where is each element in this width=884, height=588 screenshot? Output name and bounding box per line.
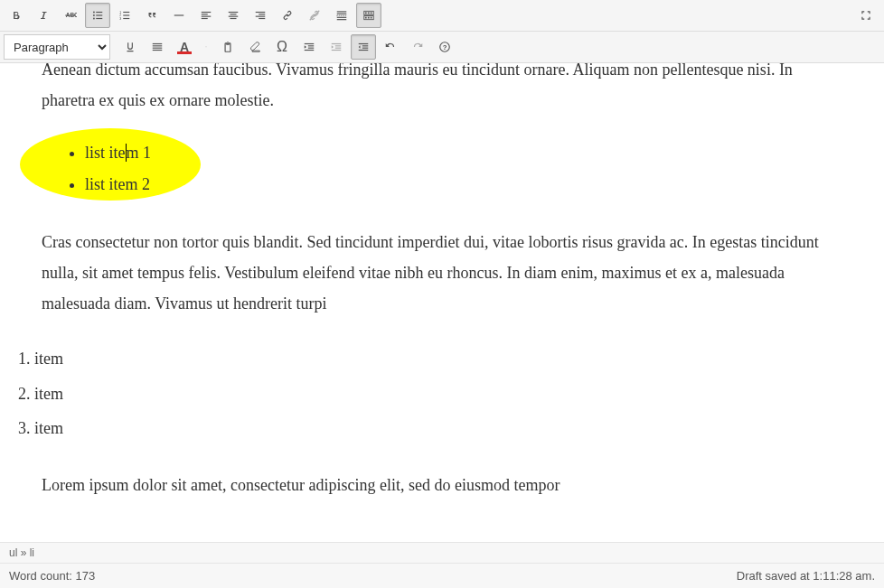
svg-point-3: [93, 14, 95, 16]
status-bar: Word count: 173 Draft saved at 1:11:28 a…: [0, 563, 884, 588]
svg-rect-29: [337, 14, 347, 14]
svg-point-2: [93, 12, 95, 14]
shortcode-button[interactable]: [351, 34, 376, 60]
toolbar-row-1: ABC 123: [0, 0, 884, 32]
outdent-button[interactable]: [296, 34, 322, 60]
insert-more-button[interactable]: [329, 3, 354, 28]
svg-rect-12: [123, 14, 129, 15]
svg-rect-38: [365, 17, 367, 19]
svg-rect-28: [337, 11, 347, 12]
italic-button[interactable]: [31, 3, 56, 28]
svg-rect-53: [359, 43, 369, 44]
text-color-indicator: [177, 51, 192, 54]
svg-rect-11: [123, 12, 129, 13]
align-left-button[interactable]: [193, 3, 219, 28]
toolbar-row-2: Paragraph A Ω ?: [0, 32, 884, 63]
svg-rect-17: [202, 16, 212, 17]
list-item[interactable]: item: [18, 344, 842, 373]
unordered-list[interactable]: list item 1 list item 2: [42, 137, 842, 199]
bullet-list-button[interactable]: [85, 3, 110, 28]
svg-rect-48: [305, 50, 315, 51]
svg-rect-43: [153, 48, 163, 49]
svg-text:3: 3: [119, 17, 121, 21]
svg-rect-45: [305, 43, 315, 44]
svg-rect-13: [123, 18, 129, 19]
svg-rect-49: [332, 43, 342, 44]
strikethrough-button[interactable]: ABC: [58, 3, 83, 28]
list-item[interactable]: list item 2: [85, 169, 842, 200]
list-item[interactable]: item: [18, 379, 842, 408]
svg-rect-40: [371, 17, 372, 19]
svg-text:?: ?: [443, 43, 447, 51]
horizontal-rule-button[interactable]: [166, 3, 192, 28]
svg-rect-47: [308, 48, 314, 49]
svg-rect-52: [332, 50, 342, 51]
svg-rect-31: [337, 17, 347, 18]
svg-rect-35: [368, 13, 370, 14]
svg-rect-7: [96, 18, 102, 19]
svg-rect-24: [259, 14, 265, 14]
svg-rect-46: [308, 45, 314, 46]
paragraph-1[interactable]: Aenean dictum accumsan faucibus. Vivamus…: [42, 63, 842, 116]
svg-rect-23: [256, 12, 266, 13]
text-color-button[interactable]: A: [172, 34, 197, 60]
insert-link-button[interactable]: [275, 3, 300, 28]
list-item[interactable]: item: [18, 414, 842, 443]
undo-button[interactable]: [378, 34, 403, 60]
svg-rect-22: [230, 18, 237, 19]
svg-rect-55: [362, 48, 368, 49]
svg-rect-50: [335, 45, 341, 46]
svg-rect-26: [259, 18, 265, 19]
element-path-bar[interactable]: ul » li: [0, 542, 884, 563]
special-character-button[interactable]: Ω: [269, 34, 295, 60]
svg-rect-30: [337, 15, 347, 16]
draft-saved-status: Draft saved at 1:11:28 am.: [737, 569, 875, 583]
list-item[interactable]: list item 1: [85, 137, 842, 168]
blockquote-button[interactable]: [139, 3, 165, 28]
svg-rect-19: [229, 12, 239, 13]
fullscreen-button[interactable]: [853, 3, 879, 28]
ordered-list[interactable]: item item item: [18, 344, 842, 443]
svg-rect-56: [359, 50, 369, 51]
svg-rect-42: [153, 45, 163, 46]
svg-rect-18: [202, 18, 208, 19]
indent-button[interactable]: [324, 34, 349, 60]
svg-point-4: [93, 18, 95, 20]
align-right-button[interactable]: [248, 3, 273, 28]
svg-rect-20: [230, 14, 237, 14]
paragraph-3[interactable]: Lorem ipsum dolor sit amet, consectetur …: [42, 470, 842, 500]
justify-button[interactable]: [145, 34, 170, 60]
svg-rect-25: [256, 16, 266, 17]
paragraph-2[interactable]: Cras consectetur non tortor quis blandit…: [42, 227, 842, 320]
svg-rect-51: [335, 48, 341, 49]
word-count: Word count: 173: [9, 569, 95, 583]
svg-rect-15: [202, 12, 212, 13]
redo-button[interactable]: [405, 34, 430, 60]
svg-rect-41: [153, 43, 163, 44]
svg-rect-54: [362, 45, 368, 46]
toolbar-toggle-button[interactable]: [356, 3, 381, 28]
remove-link-button[interactable]: [302, 3, 327, 28]
clear-formatting-button[interactable]: [242, 34, 268, 60]
svg-rect-14: [174, 14, 184, 15]
svg-rect-6: [96, 14, 102, 15]
svg-rect-16: [202, 14, 208, 14]
text-color-dropdown-button[interactable]: [199, 34, 213, 60]
editor-content[interactable]: Aenean dictum accumsan faucibus. Vivamus…: [0, 63, 884, 542]
svg-rect-5: [96, 12, 102, 13]
svg-rect-32: [337, 19, 347, 20]
align-center-button[interactable]: [221, 3, 246, 28]
paste-text-button[interactable]: [215, 34, 240, 60]
underline-button[interactable]: [118, 34, 143, 60]
bold-button[interactable]: [4, 3, 29, 28]
numbered-list-button[interactable]: 123: [112, 3, 137, 28]
svg-rect-44: [153, 50, 163, 51]
help-button[interactable]: ?: [432, 34, 457, 60]
svg-rect-21: [229, 16, 239, 17]
svg-rect-36: [371, 13, 372, 14]
format-selector[interactable]: Paragraph: [4, 34, 110, 60]
svg-rect-34: [365, 13, 367, 14]
svg-rect-39: [368, 17, 370, 19]
